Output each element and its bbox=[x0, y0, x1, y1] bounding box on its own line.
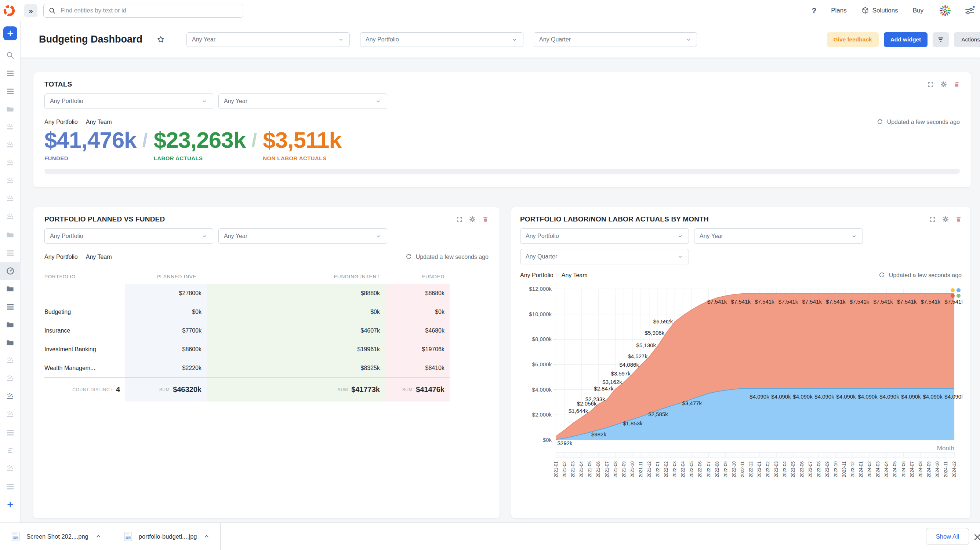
download-file-name[interactable]: portfolio-budgeti....jpg bbox=[139, 533, 197, 540]
give-feedback-button[interactable]: Give feedback bbox=[827, 32, 879, 47]
planned-vs-funded-table: PORTFOLIOPLANNED INVE...FUNDING INTENTFU… bbox=[45, 268, 450, 401]
svg-text:2024-05: 2024-05 bbox=[892, 461, 897, 477]
chevron-up-icon[interactable] bbox=[203, 533, 210, 540]
scatter-icon bbox=[6, 374, 14, 383]
table-row-1-portfolio[interactable]: Budgeting bbox=[45, 303, 125, 321]
avatar[interactable] bbox=[938, 4, 952, 17]
table-row-1-funded: $0k bbox=[385, 303, 450, 321]
trash-icon[interactable] bbox=[482, 216, 488, 223]
column-header-planned[interactable]: PLANNED INVE... bbox=[125, 268, 207, 284]
sidebar-item-13-clock-active[interactable] bbox=[0, 262, 21, 280]
actions-button[interactable]: Actions bbox=[954, 32, 980, 47]
column-header-funding-intent[interactable]: FUNDING INTENT bbox=[207, 268, 385, 284]
app-logo-icon[interactable] bbox=[3, 5, 16, 17]
close-downloads-icon[interactable] bbox=[973, 533, 980, 542]
favorite-star-icon[interactable] bbox=[156, 35, 165, 44]
totals-year-filter[interactable]: Any Year bbox=[218, 94, 387, 109]
totals-updated: Updated a few seconds ago bbox=[877, 119, 960, 125]
sidebar-item-10-scatter[interactable] bbox=[0, 208, 21, 226]
download-chip-1[interactable]: portfolio-budgeti....jpg bbox=[112, 523, 221, 550]
sliders-icon[interactable] bbox=[964, 5, 975, 16]
table-row-0-portfolio[interactable] bbox=[45, 284, 125, 303]
global-search[interactable] bbox=[43, 4, 243, 17]
expand-icon[interactable] bbox=[456, 216, 463, 223]
table-row-4-portfolio[interactable]: Wealth Managem... bbox=[45, 358, 125, 377]
trash-icon[interactable] bbox=[955, 216, 962, 223]
column-header-portfolio[interactable]: PORTFOLIO bbox=[45, 268, 125, 284]
totals-metric-labor-actuals: $23,263kLABOR ACTUALS bbox=[154, 128, 246, 161]
refresh-icon[interactable] bbox=[878, 272, 885, 279]
sidebar-item-8-scatter[interactable] bbox=[0, 172, 21, 190]
sidebar-item-4-folder[interactable] bbox=[0, 100, 21, 118]
table-row-2-portfolio[interactable]: Insurance bbox=[45, 321, 125, 340]
legend-dot bbox=[951, 294, 955, 298]
table-portfolio-filter[interactable]: Any Portfolio bbox=[45, 228, 213, 244]
download-chip-0[interactable]: Screen Shot 202....png bbox=[0, 523, 112, 550]
sidebar-item-1-search[interactable] bbox=[0, 46, 21, 64]
chart-quarter-filter[interactable]: Any Quarter bbox=[520, 249, 689, 265]
sidebar-item-11-folder[interactable] bbox=[0, 226, 21, 244]
totals-scrollbar[interactable] bbox=[45, 169, 960, 174]
svg-text:$292k: $292k bbox=[558, 440, 573, 446]
sidebar-item-14-folder[interactable] bbox=[0, 280, 21, 298]
chart-portfolio-filter[interactable]: Any Portfolio bbox=[520, 228, 689, 244]
sidebar-item-7-scatter[interactable] bbox=[0, 154, 21, 172]
table-row-0-planned: $27800k bbox=[125, 284, 207, 303]
filter-button[interactable] bbox=[933, 32, 949, 47]
sidebar-item-15-lines[interactable] bbox=[0, 298, 21, 316]
refresh-icon[interactable] bbox=[405, 254, 412, 260]
chart-year-filter[interactable]: Any Year bbox=[694, 228, 863, 244]
table-year-filter[interactable]: Any Year bbox=[218, 228, 387, 244]
sidebar-item-16-folder[interactable] bbox=[0, 316, 21, 334]
sidebar-item-5-scatter[interactable] bbox=[0, 118, 21, 136]
sidebar-item-21-scatter[interactable] bbox=[0, 406, 21, 423]
header-actions: Give feedback Add widget Actions bbox=[827, 32, 980, 47]
trash-icon[interactable] bbox=[954, 81, 960, 88]
sidebar-item-22-lines[interactable] bbox=[0, 423, 21, 441]
download-file-name[interactable]: Screen Shot 202....png bbox=[26, 533, 89, 540]
sidebar-item-6-scatter[interactable] bbox=[0, 136, 21, 154]
expand-icon[interactable] bbox=[929, 216, 935, 223]
add-widget-button[interactable]: Add widget bbox=[884, 32, 928, 47]
portfolio-filter[interactable]: Any Portfolio bbox=[360, 32, 523, 47]
buy-link[interactable]: Buy bbox=[913, 7, 923, 14]
chevron-up-icon[interactable] bbox=[95, 533, 102, 540]
sidebar-item-19-scatter[interactable] bbox=[0, 369, 21, 388]
sidebar-item-25-lines[interactable] bbox=[0, 477, 21, 495]
svg-text:$7,541k: $7,541k bbox=[850, 298, 870, 305]
show-all-button[interactable]: Show All bbox=[926, 528, 969, 545]
sidebar-item-18-scatter[interactable] bbox=[0, 352, 21, 369]
totals-portfolio-filter[interactable]: Any Portfolio bbox=[45, 94, 213, 109]
solutions-link[interactable]: Solutions bbox=[861, 6, 898, 14]
footer-count-distinct: COUNT DISTINCT4 bbox=[45, 377, 125, 401]
gear-icon[interactable] bbox=[940, 81, 947, 88]
sidebar-item-2-lines[interactable] bbox=[0, 64, 21, 82]
sidebar-item-12-lines[interactable] bbox=[0, 244, 21, 262]
svg-text:$7,541k: $7,541k bbox=[802, 298, 822, 305]
refresh-icon[interactable] bbox=[877, 119, 883, 125]
sidebar-item-26-plus[interactable] bbox=[0, 495, 21, 514]
sidebar-item-20-scatter[interactable] bbox=[0, 388, 21, 406]
stacked-area-chart[interactable]: $0k$2,000k$4,000k$6,000k$8,000k$10,000k$… bbox=[520, 283, 962, 488]
year-filter[interactable]: Any Year bbox=[186, 32, 350, 47]
column-header-funded[interactable]: FUNDED bbox=[385, 268, 450, 284]
table-row-3-portfolio[interactable]: Investment Banking bbox=[45, 340, 125, 358]
quarter-filter[interactable]: Any Quarter bbox=[534, 32, 697, 47]
sidebar-item-0-plus[interactable] bbox=[3, 26, 17, 40]
search-input[interactable] bbox=[60, 6, 238, 14]
table-row-2-intent: $4607k bbox=[207, 321, 385, 340]
sidebar-item-24-scatter[interactable] bbox=[0, 460, 21, 477]
sidebar-item-17-folder[interactable] bbox=[0, 334, 21, 352]
gear-icon[interactable] bbox=[942, 216, 949, 223]
sidebar-collapse-button[interactable]: » bbox=[24, 4, 37, 17]
sidebar-item-23-lines-sm[interactable] bbox=[0, 441, 21, 460]
sidebar-item-3-lines[interactable] bbox=[0, 82, 21, 100]
chart-legend-button[interactable] bbox=[951, 288, 961, 298]
plans-link[interactable]: Plans bbox=[831, 7, 847, 14]
top-bar: » ? Plans Solutions Buy bbox=[0, 0, 980, 21]
sidebar-item-9-scatter[interactable] bbox=[0, 190, 21, 208]
gear-icon[interactable] bbox=[469, 216, 476, 223]
help-button[interactable]: ? bbox=[811, 6, 816, 15]
expand-icon[interactable] bbox=[928, 81, 934, 88]
svg-text:$4,090k: $4,090k bbox=[771, 393, 791, 399]
